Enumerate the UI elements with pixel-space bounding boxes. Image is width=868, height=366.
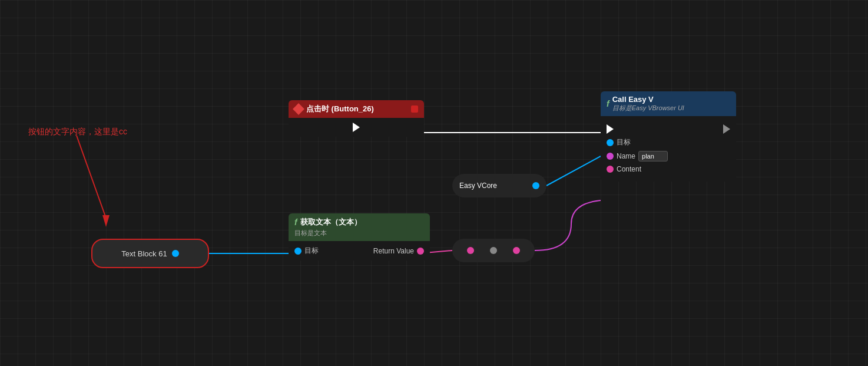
gettext-target-pin[interactable] [294,248,302,255]
calleasy-exec-output[interactable] [723,124,730,134]
button26-body [289,118,424,137]
annotation-label: 按钮的文字内容，这里是cc [28,127,127,137]
button26-node[interactable]: 点击时 (Button_26) [289,100,424,137]
calleasy-target-label: 目标 [617,137,631,147]
gettext-target-row: 目标 [294,246,319,256]
gettext-return-row: Return Value [373,247,424,255]
calleasy-exec-row [607,124,730,134]
calleasy-name-label: Name [617,152,635,160]
gettext-return-pin[interactable] [417,248,424,255]
calleasy-content-pin[interactable] [607,166,614,173]
calleasy-name-row: Name [607,151,730,161]
gettext-target-label: 目标 [304,246,319,256]
easycore-label: Easy VCore [459,182,497,190]
calleasy-title: Call Easy V [612,95,684,104]
calleasy-node[interactable]: f Call Easy V 目标是Easy VBrowser UI 目标 Nam… [601,91,736,182]
calleasy-exec-input[interactable] [607,124,614,134]
gettext-return-label: Return Value [373,247,414,255]
gettext-title: 获取文本（文本） [300,217,362,227]
calleasy-name-pin[interactable] [607,153,614,160]
calleasy-content-label: Content [617,165,641,173]
red-square-icon [411,105,418,113]
button26-header: 点击时 (Button_26) [289,100,424,118]
canvas-background [0,0,868,366]
connector-right-pin[interactable] [513,247,520,254]
diamond-icon [293,103,304,115]
gettext-body: 目标 Return Value [289,241,430,261]
gettext-subtitle: 目标是文本 [294,229,424,238]
gettext-header: f 获取文本（文本） 目标是文本 [289,213,430,241]
button26-exec-output[interactable] [353,123,360,132]
textblock-label: Text Block 61 [121,249,167,258]
calleasy-name-input[interactable] [638,151,668,161]
connector-mid-pin[interactable] [490,247,497,254]
button26-title: 点击时 (Button_26) [306,104,374,114]
calleasy-body: 目标 Name Content [601,116,736,182]
calleasy-header: f Call Easy V 目标是Easy VBrowser UI [601,91,736,116]
textblock-output-pin[interactable] [172,250,179,257]
connector-left-pin[interactable] [467,247,474,254]
connector-node[interactable] [452,239,535,262]
calleasy-target-row: 目标 [607,137,730,147]
calleasy-content-row: Content [607,165,730,173]
f-icon-calleasy: f [607,99,609,108]
textblock-node[interactable]: Text Block 61 [91,239,209,268]
easycore-output-pin[interactable] [532,182,539,189]
easycore-node[interactable]: Easy VCore [452,174,546,197]
gettext-node[interactable]: f 获取文本（文本） 目标是文本 目标 Return Value [289,213,430,261]
calleasy-subtitle: 目标是Easy VBrowser UI [612,104,684,113]
calleasy-target-pin[interactable] [607,139,614,146]
f-icon-gettext: f [294,217,297,227]
